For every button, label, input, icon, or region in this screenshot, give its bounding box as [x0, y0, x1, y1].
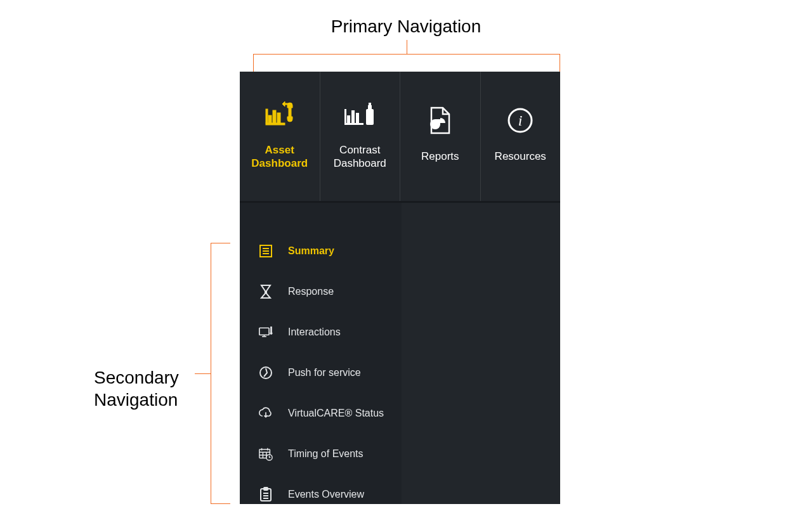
svg-rect-3 — [273, 110, 276, 123]
navigation-panel: Asset Dashboard — [240, 72, 560, 504]
reports-icon — [429, 104, 452, 137]
primary-nav-label: Reports — [421, 150, 459, 163]
virtualcare-icon — [259, 406, 273, 420]
push-icon — [259, 366, 273, 380]
annotation-primary-label: Primary Navigation — [0, 15, 812, 37]
annotation-secondary-label: Secondary Navigation — [94, 366, 179, 411]
summary-icon — [259, 244, 273, 258]
events-icon — [259, 488, 273, 501]
svg-rect-19 — [259, 328, 269, 335]
svg-rect-9 — [356, 113, 359, 123]
svg-rect-11 — [368, 105, 372, 109]
svg-text:i: i — [518, 112, 523, 129]
secondary-nav-label: Summary — [288, 245, 334, 257]
resources-icon: i — [506, 104, 534, 137]
secondary-nav-label: Timing of Events — [288, 448, 363, 460]
primary-nav-contrast-dashboard[interactable]: Contrast Dashboard — [320, 72, 401, 201]
contrast-dashboard-icon — [343, 98, 376, 131]
secondary-nav-label: Interactions — [288, 327, 341, 338]
svg-rect-7 — [347, 115, 350, 123]
secondary-nav-events-overview[interactable]: Events Overview — [240, 482, 402, 507]
secondary-nav-label: VirtualCARE® Status — [288, 408, 384, 419]
content-area-placeholder — [402, 203, 560, 504]
svg-rect-10 — [366, 109, 374, 125]
svg-rect-5 — [344, 123, 363, 125]
secondary-nav-label: Response — [288, 286, 334, 297]
secondary-nav-virtualcare-status[interactable]: VirtualCARE® Status — [240, 401, 402, 426]
svg-rect-22 — [271, 327, 272, 332]
primary-nav-label: Resources — [495, 150, 546, 163]
svg-rect-6 — [344, 109, 346, 123]
secondary-nav-label: Events Overview — [288, 489, 364, 500]
asset-dashboard-icon — [265, 98, 295, 131]
secondary-nav-response[interactable]: Response — [240, 279, 402, 304]
secondary-nav-interactions[interactable]: Interactions — [240, 320, 402, 345]
primary-nav: Asset Dashboard — [240, 72, 560, 203]
primary-nav-label: Asset Dashboard — [251, 143, 308, 171]
timing-icon — [259, 447, 273, 461]
secondary-nav-push-for-service[interactable]: Push for service — [240, 360, 402, 385]
response-icon — [259, 285, 273, 299]
svg-rect-4 — [277, 113, 280, 123]
interactions-icon — [259, 325, 273, 339]
secondary-nav: Summary Response Interactions — [240, 203, 402, 504]
primary-nav-label: Contrast Dashboard — [334, 143, 386, 171]
secondary-nav-label: Push for service — [288, 367, 361, 378]
primary-nav-reports[interactable]: Reports — [400, 72, 481, 201]
secondary-nav-timing-of-events[interactable]: Timing of Events — [240, 441, 402, 467]
primary-nav-asset-dashboard[interactable]: Asset Dashboard — [240, 72, 320, 201]
svg-rect-1 — [266, 109, 268, 123]
svg-rect-8 — [351, 110, 355, 123]
secondary-nav-summary[interactable]: Summary — [240, 238, 402, 264]
primary-nav-resources[interactable]: i Resources — [481, 72, 561, 201]
annotation-secondary-bracket — [211, 243, 230, 504]
svg-rect-2 — [268, 115, 272, 123]
svg-point-23 — [270, 332, 272, 334]
svg-rect-12 — [369, 103, 371, 105]
annotation-primary-bracket — [253, 54, 560, 72]
